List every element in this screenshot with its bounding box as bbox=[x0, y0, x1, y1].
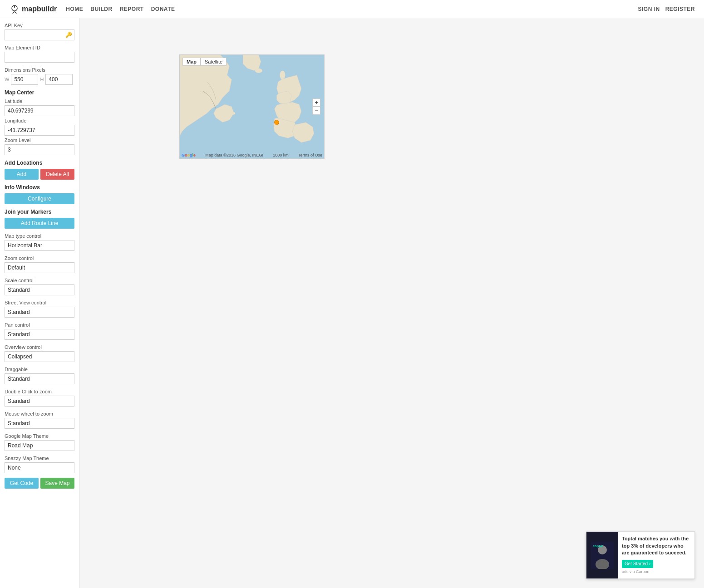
map-type-control-select[interactable]: Horizontal Bar bbox=[5, 240, 74, 251]
google-logo: Google bbox=[182, 153, 196, 157]
map-svg bbox=[180, 55, 324, 158]
nav-buildr[interactable]: BUILDR bbox=[90, 6, 112, 12]
snazzy-theme-label: Snazzy Map Theme bbox=[5, 456, 74, 461]
svg-point-4 bbox=[230, 110, 233, 112]
longitude-input[interactable] bbox=[5, 125, 74, 136]
height-input[interactable] bbox=[45, 74, 73, 85]
draggable-group: Draggable Standard bbox=[5, 367, 74, 384]
map-center-title: Map Center bbox=[5, 89, 74, 96]
ad-title: Toptal matches you with the top 3% of de… bbox=[622, 535, 691, 556]
zoom-in-button[interactable]: + bbox=[312, 98, 320, 107]
map-container: Map Satellite bbox=[179, 54, 325, 159]
street-view-group: Street View control Standard bbox=[5, 300, 74, 318]
overview-control-select[interactable]: Collapsed bbox=[5, 351, 74, 362]
join-markers-group: Join your Markers Add Route Line bbox=[5, 209, 74, 229]
draggable-select[interactable]: Standard bbox=[5, 373, 74, 384]
width-label: W bbox=[5, 77, 9, 82]
latitude-label: Latitude bbox=[5, 98, 74, 104]
mouse-wheel-select[interactable]: Standard bbox=[5, 418, 74, 429]
logo-text: mapbuildr bbox=[22, 5, 57, 13]
map-controls: + − bbox=[312, 98, 320, 115]
save-map-button[interactable]: Save Map bbox=[40, 478, 74, 489]
mouse-wheel-group: Mouse wheel to zoom Standard bbox=[5, 411, 74, 429]
get-code-button[interactable]: Get Code bbox=[5, 478, 39, 489]
zoom-label: Zoom Level bbox=[5, 137, 74, 143]
ad-banner: toptal Toptal matches you with the top 3… bbox=[586, 531, 695, 579]
add-button[interactable]: Add bbox=[5, 169, 39, 180]
api-key-icon: 🔑 bbox=[65, 32, 72, 38]
sidebar: API Key 🔑 Map Element ID Dimensions Pixe… bbox=[0, 18, 79, 588]
main-nav: HOME BUILDR REPORT DONATE bbox=[66, 6, 175, 12]
api-key-group: API Key 🔑 bbox=[5, 23, 74, 40]
header-left: mapbuildr HOME BUILDR REPORT DONATE bbox=[9, 4, 175, 15]
svg-point-13 bbox=[215, 113, 226, 118]
bottom-btn-row: Get Code Save Map bbox=[5, 478, 74, 489]
ad-text-area: Toptal matches you with the top 3% of de… bbox=[618, 532, 694, 578]
api-key-label: API Key bbox=[5, 23, 74, 28]
svg-point-14 bbox=[231, 112, 235, 115]
width-input[interactable] bbox=[11, 74, 38, 85]
zoom-control-group: Zoom control Default bbox=[5, 255, 74, 273]
ad-cta-button[interactable]: Get Started › bbox=[622, 560, 653, 568]
delete-all-button[interactable]: Delete All bbox=[40, 169, 74, 180]
dimensions-group: Dimensions Pixels W H bbox=[5, 67, 74, 85]
ad-credit: ads via Carbon bbox=[622, 569, 691, 575]
add-route-button[interactable]: Add Route Line bbox=[5, 218, 74, 229]
zoom-out-button[interactable]: − bbox=[312, 107, 320, 115]
map-scale: 1000 km bbox=[273, 153, 289, 157]
add-locations-group: Add Locations Add Delete All bbox=[5, 160, 74, 180]
sign-in-link[interactable]: SIGN IN bbox=[638, 6, 660, 12]
join-markers-title: Join your Markers bbox=[5, 209, 74, 215]
street-view-select[interactable]: Standard bbox=[5, 307, 74, 318]
pan-control-label: Pan control bbox=[5, 322, 74, 328]
svg-text:toptal: toptal bbox=[593, 544, 603, 548]
map-center-group: Map Center Latitude Longitude Zoom Level bbox=[5, 89, 74, 155]
content-area: Map Satellite bbox=[79, 18, 704, 588]
overview-control-group: Overview control Collapsed bbox=[5, 344, 74, 362]
height-label: H bbox=[40, 77, 44, 82]
double-click-group: Double Click to zoom Standard bbox=[5, 389, 74, 407]
mouse-wheel-label: Mouse wheel to zoom bbox=[5, 411, 74, 416]
nav-donate[interactable]: DONATE bbox=[151, 6, 175, 12]
header: mapbuildr HOME BUILDR REPORT DONATE SIGN… bbox=[0, 0, 704, 18]
double-click-label: Double Click to zoom bbox=[5, 389, 74, 394]
map-tabs: Map Satellite bbox=[182, 58, 226, 66]
dimensions-label: Dimensions Pixels bbox=[5, 67, 74, 73]
map-type-control-group: Map type control Horizontal Bar bbox=[5, 233, 74, 251]
scale-control-select[interactable]: Standard bbox=[5, 284, 74, 295]
ad-image: toptal bbox=[586, 532, 618, 578]
map-element-id-input[interactable] bbox=[5, 52, 74, 63]
tab-satellite[interactable]: Satellite bbox=[201, 58, 226, 66]
info-windows-group: Info Windows Configure bbox=[5, 184, 74, 204]
zoom-control-label: Zoom control bbox=[5, 255, 74, 261]
map-type-control-label: Map type control bbox=[5, 233, 74, 239]
header-right: SIGN IN REGISTER bbox=[638, 6, 695, 12]
scale-control-label: Scale control bbox=[5, 278, 74, 283]
terms-link[interactable]: Terms of Use bbox=[298, 153, 322, 157]
street-view-label: Street View control bbox=[5, 300, 74, 305]
snazzy-theme-group: Snazzy Map Theme None bbox=[5, 456, 74, 473]
register-link[interactable]: REGISTER bbox=[665, 6, 695, 12]
configure-button[interactable]: Configure bbox=[5, 193, 74, 204]
overview-control-label: Overview control bbox=[5, 344, 74, 350]
svg-point-6 bbox=[255, 69, 262, 73]
google-theme-select[interactable]: Road Map bbox=[5, 440, 74, 451]
info-windows-title: Info Windows bbox=[5, 184, 74, 191]
add-locations-title: Add Locations bbox=[5, 160, 74, 166]
double-click-select[interactable]: Standard bbox=[5, 396, 74, 407]
zoom-control-select[interactable]: Default bbox=[5, 262, 74, 273]
zoom-input[interactable] bbox=[5, 144, 74, 155]
map-footer: Google Map data ©2016 Google, INEGI 1000… bbox=[180, 153, 324, 157]
api-key-input[interactable] bbox=[5, 29, 74, 40]
nav-home[interactable]: HOME bbox=[66, 6, 83, 12]
nav-report[interactable]: REPORT bbox=[120, 6, 144, 12]
snazzy-theme-select[interactable]: None bbox=[5, 462, 74, 473]
latitude-input[interactable] bbox=[5, 105, 74, 116]
add-delete-row: Add Delete All bbox=[5, 169, 74, 180]
map-element-id-label: Map Element ID bbox=[5, 45, 74, 50]
pan-control-select[interactable]: Standard bbox=[5, 329, 74, 340]
ad-person-image: toptal bbox=[591, 542, 614, 569]
scale-control-group: Scale control Standard bbox=[5, 278, 74, 295]
draggable-label: Draggable bbox=[5, 367, 74, 372]
tab-map[interactable]: Map bbox=[182, 58, 201, 66]
